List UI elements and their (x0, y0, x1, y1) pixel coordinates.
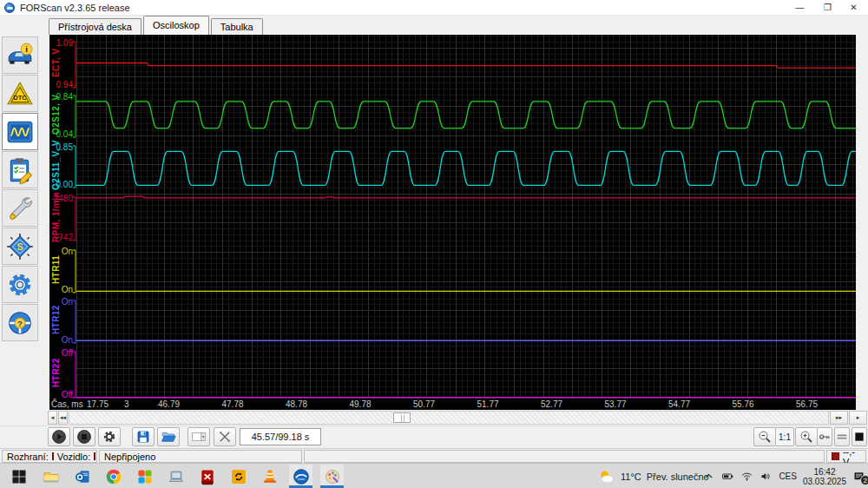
sidebar-item-programming[interactable]: S (2, 228, 38, 265)
save-button[interactable] (132, 427, 155, 446)
line-style-button[interactable] (834, 427, 850, 446)
taskbar-start-button[interactable] (7, 465, 30, 488)
taskbar-paint-button[interactable] (320, 465, 344, 488)
cross-markers-icon (217, 429, 233, 445)
notification-center[interactable]: 2 (852, 470, 865, 483)
taskbar-pdf-button[interactable] (195, 465, 219, 488)
x-axis-label: Čas, ms (51, 399, 83, 409)
interface-label: Rozhraní: (7, 452, 49, 462)
weather-widget[interactable]: 11°C Přev. slunečno (597, 466, 709, 487)
x-tick-label: 53.77 (605, 399, 627, 409)
taskbar-chrome-button[interactable] (102, 465, 125, 488)
sidebar-item-vehicle-info[interactable]: i (2, 36, 38, 74)
play-icon (51, 429, 67, 445)
x-tick-label: 56.75 (796, 399, 818, 409)
dropdown-icon (191, 429, 207, 445)
tab-oscilloscope[interactable]: Osciloskop (143, 16, 209, 35)
close-button[interactable]: ✕ (839, 0, 868, 16)
taskbar-vlc-button[interactable] (258, 465, 281, 488)
taskbar-outlook-button[interactable] (70, 465, 94, 488)
taskbar-explorer-button[interactable] (39, 465, 62, 488)
tab-dashboard[interactable]: Přístrojová deska (49, 18, 141, 35)
x-tick-label: 46.79 (158, 399, 180, 409)
x-tick-label: 3 (124, 399, 129, 409)
playback-time-display[interactable]: 45.57/99.18 s (240, 428, 321, 445)
zoom-in-icon (799, 429, 814, 445)
scrollbar-thumb[interactable] (393, 412, 411, 423)
sidebar-item-settings[interactable] (2, 266, 38, 303)
oscilloscope-icon (6, 118, 34, 146)
vehicle-label: Vozidlo: (57, 452, 91, 462)
vehicle-info-icon: i (6, 42, 34, 69)
laptop-icon (168, 468, 185, 485)
channel-max-o2s11: 0.85 (49, 142, 73, 152)
keyboard-language[interactable]: CES (779, 472, 797, 481)
open-button[interactable] (157, 427, 180, 446)
scrollbar-track[interactable] (69, 411, 829, 425)
axis-bracket-o2s12 (73, 96, 76, 137)
x-tick-label: 17.75 (87, 399, 108, 409)
gear-icon (6, 271, 34, 299)
marker-select-dropdown[interactable] (187, 427, 210, 446)
connection-status: Nepřipojeno (99, 450, 302, 463)
taskbar-sync-button[interactable] (227, 465, 250, 488)
channel-max-rpm: 2480 (49, 194, 73, 203)
weather-desc: Přev. slunečno (647, 472, 709, 482)
oscilloscope-plot: Čas, ms ECT, V1.090.94O2S12, V0.840.04O2… (49, 35, 856, 410)
explorer-icon (43, 468, 60, 485)
wifi-icon[interactable] (740, 470, 753, 483)
clock-time: 16:42 (803, 467, 846, 477)
fill-style-button[interactable] (852, 427, 867, 446)
sidebar-item-dtc[interactable]: DTC (2, 75, 38, 112)
speaker-icon[interactable] (760, 470, 773, 483)
axis-bracket-o2s11 (73, 146, 76, 188)
zoom-out-button[interactable] (753, 427, 776, 446)
channel-min-rpm: 742 (49, 233, 73, 242)
channel-min-o2s11: 0.00 (49, 180, 73, 189)
time-scrollbar: ◂ ◂◂ ▸▸ ▸ (0, 411, 868, 425)
sidebar-item-help[interactable]: ? (2, 304, 38, 341)
channel-max-ect: 1.09 (49, 38, 73, 48)
scroll-page-right-button[interactable]: ▸▸ (830, 411, 848, 425)
minimize-button[interactable]: — (786, 0, 814, 16)
taskbar-msn-button[interactable] (133, 465, 156, 488)
filled-square-icon (852, 429, 866, 445)
record-settings-button[interactable] (98, 427, 121, 446)
sidebar-item-tests[interactable] (2, 151, 38, 188)
stop-button[interactable] (73, 427, 95, 446)
restore-button[interactable]: ❐ (813, 0, 842, 16)
taskbar-clock[interactable]: 16:42 03.03.2025 (803, 467, 846, 486)
weather-icon (597, 468, 615, 486)
sync-icon (230, 468, 247, 485)
scroll-page-left-button[interactable]: ◂◂ (58, 411, 68, 425)
window-title: FORScan v2.3.65 release (20, 0, 130, 16)
zoom-in-button[interactable] (795, 427, 818, 446)
voltage-status-icon (832, 452, 839, 460)
cursor-key-button[interactable] (817, 427, 832, 446)
scroll-step-left-button[interactable]: ◂ (48, 411, 57, 425)
channel-max-o2s12: 0.84 (49, 92, 73, 102)
taskbar-laptop-button[interactable] (164, 465, 187, 488)
taskbar: 11°C Přev. slunečno CES 16:42 03.03.2025… (0, 463, 868, 488)
taskbar-forscan-button[interactable] (289, 465, 312, 488)
battery-voltage: --,-V (826, 450, 866, 463)
tab-bar: Přístrojová deska Osciloskop Tabulka (0, 16, 868, 35)
chrome-icon (105, 468, 122, 485)
scale-1-1-button[interactable]: 1:1 (775, 427, 794, 446)
clear-markers-button[interactable] (214, 427, 236, 446)
play-button[interactable] (48, 427, 70, 446)
stop-icon (76, 429, 92, 445)
tab-table[interactable]: Tabulka (211, 18, 263, 35)
svg-text:S: S (16, 241, 23, 252)
chevron-up-icon[interactable] (702, 470, 715, 483)
outlook-icon (74, 468, 91, 485)
x-tick-label: 48.78 (286, 399, 307, 409)
channel-max-htr22: Off (49, 348, 73, 358)
sidebar-item-service[interactable] (2, 189, 38, 227)
battery-icon[interactable] (721, 470, 734, 483)
scroll-step-right-button[interactable]: ▸ (849, 411, 867, 425)
x-tick-label: 52.77 (541, 399, 562, 409)
x-tick-label: 54.77 (668, 399, 690, 409)
help-wheel-icon: ? (6, 309, 34, 337)
sidebar-item-oscilloscope[interactable] (2, 113, 38, 150)
